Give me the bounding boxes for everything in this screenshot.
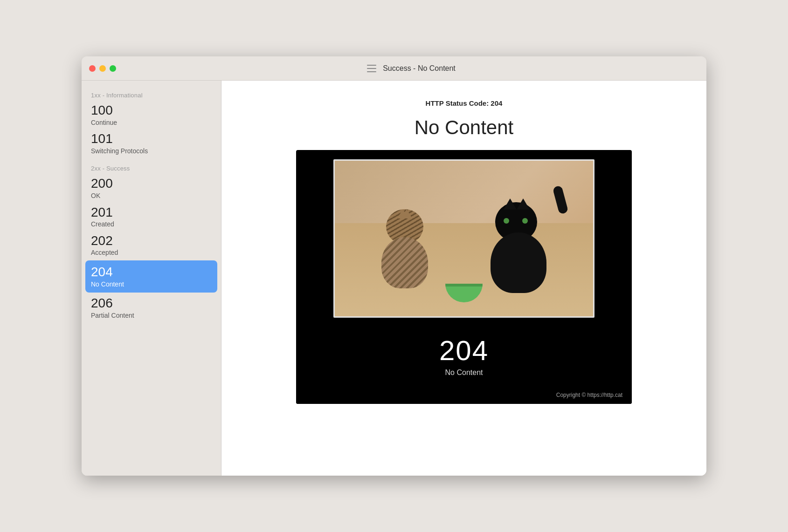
sidebar-category-2xx: 2xx - Success: [82, 161, 221, 174]
sidebar-item-label-201: Created: [91, 220, 212, 229]
cat-photo-inner: [335, 161, 593, 316]
black-cat: [481, 200, 565, 293]
sidebar-item-label-202: Accepted: [91, 248, 212, 258]
cat-card-bottom: 204 No Content: [296, 327, 632, 388]
sidebar-item-202[interactable]: 202 Accepted: [82, 231, 221, 259]
sidebar-item-code-100: 100: [91, 102, 212, 118]
sidebar-item-label-206: Partial Content: [91, 311, 212, 321]
sidebar-item-code-101: 101: [91, 131, 212, 147]
titlebar: Success - No Content: [82, 56, 706, 81]
cat-card-code: 204: [296, 334, 632, 367]
cat-card-copyright: Copyright © https://http.cat: [296, 388, 632, 404]
sidebar-item-label-200: OK: [91, 191, 212, 201]
sidebar-item-204[interactable]: 204 No Content: [85, 260, 217, 293]
sidebar: 1xx - Informational 100 Continue 101 Swi…: [82, 81, 221, 476]
sidebar-category-1xx: 1xx - Informational: [82, 88, 221, 101]
tabby-body: [381, 237, 428, 288]
minimize-button[interactable]: [99, 65, 106, 72]
black-ear-right: [517, 198, 530, 210]
sidebar-item-code-204: 204: [91, 264, 212, 280]
sidebar-item-code-200: 200: [91, 176, 212, 191]
maximize-button[interactable]: [110, 65, 116, 72]
app-window: Success - No Content 1xx - Informational…: [82, 56, 706, 476]
sidebar-item-label-204: No Content: [91, 280, 212, 289]
sidebar-item-label-100: Continue: [91, 118, 212, 128]
eye-left: [504, 218, 509, 224]
sidebar-item-code-201: 201: [91, 205, 212, 220]
traffic-lights: [89, 65, 116, 72]
page-title: No Content: [415, 116, 513, 139]
content-area: HTTP Status Code: 204 No Content: [221, 81, 706, 476]
close-button[interactable]: [89, 65, 96, 72]
main-content: 1xx - Informational 100 Continue 101 Swi…: [82, 81, 706, 476]
cat-image-container: [296, 150, 632, 327]
cat-card: 204 No Content Copyright © https://http.…: [296, 150, 632, 404]
sidebar-item-100[interactable]: 100 Continue: [82, 101, 221, 129]
tabby-cat: [372, 205, 447, 288]
sidebar-item-label-101: Switching Protocols: [91, 147, 212, 156]
cat-photo: [333, 159, 594, 318]
cat-card-label: No Content: [296, 368, 632, 377]
titlebar-content: Success - No Content: [124, 64, 699, 73]
sidebar-item-206[interactable]: 206 Partial Content: [82, 293, 221, 322]
eye-right: [522, 218, 528, 224]
sidebar-toggle-icon[interactable]: [367, 65, 376, 72]
black-tail: [553, 185, 569, 214]
sidebar-item-200[interactable]: 200 OK: [82, 174, 221, 202]
black-body: [491, 232, 546, 293]
tabby-ear-right: [401, 209, 412, 218]
sidebar-item-101[interactable]: 101 Switching Protocols: [82, 129, 221, 157]
window-title: Success - No Content: [383, 64, 456, 73]
http-status-heading: HTTP Status Code: 204: [426, 99, 503, 107]
black-ear-left: [504, 198, 517, 210]
black-eyes: [504, 218, 528, 224]
sidebar-item-code-202: 202: [91, 233, 212, 249]
sidebar-item-code-206: 206: [91, 295, 212, 311]
sidebar-item-201[interactable]: 201 Created: [82, 203, 221, 231]
